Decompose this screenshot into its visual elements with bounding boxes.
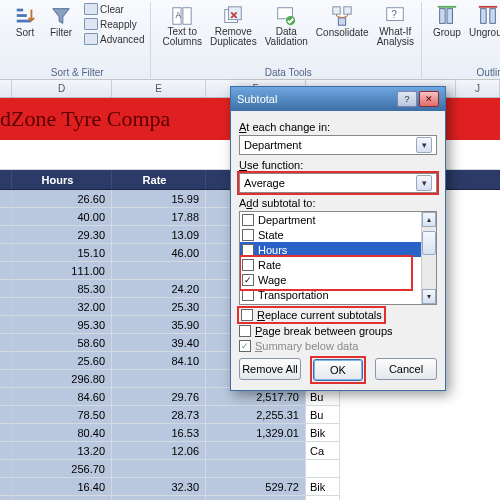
at-each-change-combo[interactable]: Department ▾ xyxy=(239,135,437,155)
cell-wage[interactable] xyxy=(206,460,306,478)
row-gutter[interactable] xyxy=(0,442,12,460)
close-icon[interactable]: ✕ xyxy=(419,91,439,107)
cell-hours[interactable]: 111.00 xyxy=(12,262,112,280)
cell-rate[interactable]: 25.30 xyxy=(112,298,206,316)
chevron-down-icon[interactable]: ▾ xyxy=(416,137,432,153)
th-rate[interactable]: Rate xyxy=(112,170,206,189)
dialog-titlebar[interactable]: Subtotal ? ✕ xyxy=(231,87,445,111)
cell-hours[interactable]: 26.60 xyxy=(12,190,112,208)
cell-rate[interactable] xyxy=(112,370,206,388)
checkbox-icon[interactable] xyxy=(242,244,254,256)
cell-hours[interactable]: 32.00 xyxy=(12,298,112,316)
cell-rate[interactable]: 64.37 xyxy=(112,496,206,500)
cell-wage[interactable]: 529.72 xyxy=(206,478,306,496)
cell-hours[interactable]: 95.30 xyxy=(12,316,112,334)
table-row[interactable]: 16.4032.30529.72Bik xyxy=(0,478,500,496)
chevron-down-icon[interactable]: ▾ xyxy=(416,175,432,191)
cell-hours[interactable]: 13.20 xyxy=(12,442,112,460)
cell-hours[interactable]: 80.40 xyxy=(12,424,112,442)
group-button[interactable]: Group xyxy=(430,2,464,41)
remove-duplicates-button[interactable]: Remove Duplicates xyxy=(207,2,260,50)
row-gutter[interactable] xyxy=(0,316,12,334)
cell-rate[interactable]: 12.06 xyxy=(112,442,206,460)
checkbox-icon[interactable]: ✓ xyxy=(242,274,254,286)
cell-hours[interactable]: 85.30 xyxy=(12,280,112,298)
row-gutter[interactable] xyxy=(0,496,12,500)
cancel-button[interactable]: Cancel xyxy=(375,358,437,380)
cell-rate[interactable]: 29.76 xyxy=(112,388,206,406)
cell-rate[interactable] xyxy=(112,262,206,280)
cell-t[interactable]: Bik xyxy=(306,478,340,496)
cell-hours[interactable]: 78.50 xyxy=(12,406,112,424)
table-row[interactable]: 52.3064.373,370.41Bu xyxy=(0,496,500,500)
add-subtotal-listbox[interactable]: DepartmentStateHoursRate✓WageTransportat… xyxy=(239,211,437,305)
cell-rate[interactable]: 24.20 xyxy=(112,280,206,298)
th-hours[interactable]: Hours xyxy=(12,170,112,189)
row-gutter[interactable] xyxy=(0,244,12,262)
cell-rate[interactable]: 39.40 xyxy=(112,334,206,352)
cell-hours[interactable]: 40.00 xyxy=(12,208,112,226)
row-gutter[interactable] xyxy=(0,226,12,244)
remove-all-button[interactable]: Remove All xyxy=(239,358,301,380)
col-gutter[interactable] xyxy=(0,80,12,97)
row-gutter[interactable] xyxy=(0,370,12,388)
row-gutter[interactable] xyxy=(0,208,12,226)
cell-rate[interactable]: 13.09 xyxy=(112,226,206,244)
row-gutter[interactable] xyxy=(0,388,12,406)
cell-hours[interactable]: 29.30 xyxy=(12,226,112,244)
list-item[interactable]: Hours xyxy=(240,242,436,257)
checkbox-icon[interactable] xyxy=(242,214,254,226)
cell-rate[interactable]: 28.73 xyxy=(112,406,206,424)
reapply-button[interactable]: Reapply xyxy=(82,17,146,31)
cell-rate[interactable]: 32.30 xyxy=(112,478,206,496)
list-item[interactable]: Transportation xyxy=(240,287,436,302)
cell-hours[interactable]: 58.60 xyxy=(12,334,112,352)
cell-wage[interactable]: 3,370.41 xyxy=(206,496,306,500)
checkbox-icon[interactable] xyxy=(242,229,254,241)
use-function-combo[interactable]: Average ▾ xyxy=(239,173,437,193)
table-row[interactable]: 80.4016.531,329.01Bik xyxy=(0,424,500,442)
cell-rate[interactable]: 17.88 xyxy=(112,208,206,226)
cell-wage[interactable]: 1,329.01 xyxy=(206,424,306,442)
row-gutter[interactable] xyxy=(0,460,12,478)
scroll-up-icon[interactable]: ▴ xyxy=(422,212,436,227)
sort-button[interactable]: Sort xyxy=(8,2,42,41)
row-gutter[interactable] xyxy=(0,190,12,208)
row-gutter[interactable] xyxy=(0,352,12,370)
consolidate-button[interactable]: Consolidate xyxy=(313,2,372,41)
checkbox-icon[interactable] xyxy=(242,259,254,271)
cell-rate[interactable]: 15.99 xyxy=(112,190,206,208)
cell-hours[interactable]: 256.70 xyxy=(12,460,112,478)
what-if-button[interactable]: ? What-If Analysis xyxy=(374,2,417,50)
text-to-columns-button[interactable]: A Text to Columns xyxy=(159,2,204,50)
table-row[interactable]: 13.2012.06Ca xyxy=(0,442,500,460)
listbox-scrollbar[interactable]: ▴ ▾ xyxy=(421,212,436,304)
list-item[interactable]: Department xyxy=(240,212,436,227)
ungroup-button[interactable]: Ungroup xyxy=(466,2,500,41)
table-row[interactable]: 256.70 xyxy=(0,460,500,478)
summary-checkbox[interactable]: ✓ xyxy=(239,340,251,352)
cell-hours[interactable]: 296.80 xyxy=(12,370,112,388)
scroll-thumb[interactable] xyxy=(422,231,436,255)
cell-t[interactable]: Bu xyxy=(306,406,340,424)
table-row[interactable]: 78.5028.732,255.31Bu xyxy=(0,406,500,424)
cell-wage[interactable] xyxy=(206,442,306,460)
list-item[interactable]: ✓Wage xyxy=(240,272,436,287)
row-gutter[interactable] xyxy=(0,334,12,352)
replace-checkbox[interactable] xyxy=(241,309,253,321)
cell-rate[interactable]: 84.10 xyxy=(112,352,206,370)
list-item[interactable]: Rate xyxy=(240,257,436,272)
cell-rate[interactable]: 16.53 xyxy=(112,424,206,442)
ok-button[interactable]: OK xyxy=(313,359,363,381)
cell-t[interactable] xyxy=(306,460,340,478)
row-gutter[interactable] xyxy=(0,262,12,280)
cell-rate[interactable]: 35.90 xyxy=(112,316,206,334)
scroll-down-icon[interactable]: ▾ xyxy=(422,289,436,304)
cell-wage[interactable]: 2,255.31 xyxy=(206,406,306,424)
pagebreak-checkbox[interactable] xyxy=(239,325,251,337)
row-gutter[interactable] xyxy=(0,424,12,442)
cell-hours[interactable]: 16.40 xyxy=(12,478,112,496)
advanced-button[interactable]: Advanced xyxy=(82,32,146,46)
cell-hours[interactable]: 84.60 xyxy=(12,388,112,406)
col-header-e[interactable]: E xyxy=(112,80,206,97)
